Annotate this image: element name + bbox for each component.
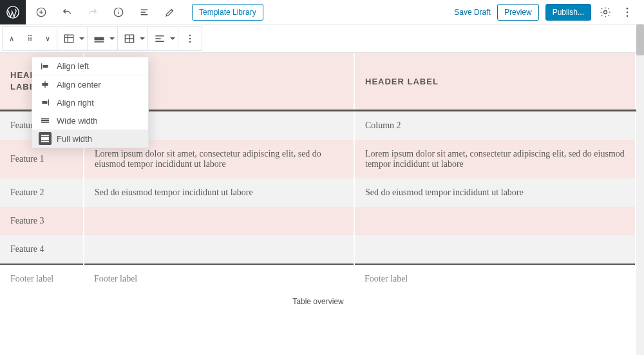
svg-point-6: [627, 15, 629, 17]
block-more-button[interactable]: [178, 27, 202, 50]
chevron-down-icon: [79, 37, 84, 43]
svg-point-11: [189, 35, 191, 37]
full-width-icon: [39, 132, 52, 145]
svg-rect-23: [41, 137, 49, 140]
vertical-scrollbar[interactable]: [636, 24, 644, 355]
table-cell[interactable]: [84, 207, 354, 235]
editor-top-bar: Template Library Save Draft Preview Publ…: [0, 0, 644, 24]
table-cell[interactable]: [354, 207, 636, 235]
table-caption[interactable]: Table overview: [0, 293, 636, 311]
full-width-option[interactable]: Full width: [32, 130, 148, 148]
svg-rect-22: [41, 122, 49, 123]
align-right-icon: [39, 96, 52, 109]
svg-rect-14: [41, 63, 42, 69]
align-left-icon: [39, 60, 52, 73]
chevron-down-icon: [140, 37, 145, 43]
table-cell[interactable]: Column 2: [354, 111, 636, 140]
svg-rect-18: [48, 99, 49, 105]
table-cell[interactable]: [354, 235, 636, 264]
table-footer-row: Footer label Footer label Footer label: [0, 264, 636, 293]
preview-button[interactable]: Preview: [497, 4, 539, 21]
chevron-down-icon: [109, 37, 115, 43]
menu-item-label: Align center: [57, 80, 101, 90]
footer-cell[interactable]: Footer label: [84, 264, 354, 293]
align-center-icon: [39, 78, 52, 91]
move-down-button[interactable]: ∨: [39, 27, 57, 50]
settings-icon[interactable]: [598, 5, 613, 20]
table-cell[interactable]: Sed do eiusmod tempor incididunt ut labo…: [84, 178, 354, 207]
chevron-down-icon: [170, 37, 175, 43]
svg-rect-7: [64, 35, 73, 43]
align-left-option[interactable]: Align left: [32, 57, 148, 75]
redo-button[interactable]: [84, 3, 102, 21]
svg-rect-21: [41, 118, 49, 119]
undo-button[interactable]: [58, 3, 76, 21]
table-cell[interactable]: [84, 235, 354, 264]
align-center-option[interactable]: Align center: [32, 75, 148, 93]
more-menu-icon[interactable]: [620, 5, 635, 20]
table-cell[interactable]: Feature 2: [0, 178, 84, 207]
publish-button[interactable]: Publish...: [545, 4, 591, 21]
edit-button[interactable]: [161, 3, 179, 21]
svg-rect-8: [95, 37, 104, 41]
svg-rect-9: [95, 41, 104, 43]
table-cell[interactable]: Feature 3: [0, 207, 84, 235]
save-draft-button[interactable]: Save Draft: [454, 8, 491, 17]
svg-point-5: [627, 11, 629, 13]
svg-point-4: [627, 7, 629, 9]
add-block-button[interactable]: [32, 3, 50, 21]
svg-point-3: [604, 10, 607, 14]
table-row: Feature 2 Sed do eiusmod tempor incididu…: [0, 178, 636, 207]
top-left-tools: Template Library: [26, 3, 263, 21]
svg-rect-24: [41, 135, 49, 136]
footer-cell[interactable]: Footer label: [354, 264, 636, 293]
alignment-button[interactable]: [88, 27, 111, 50]
drag-handle[interactable]: ⠿: [21, 27, 39, 50]
wide-width-icon: [39, 114, 52, 127]
template-library-button[interactable]: Template Library: [192, 4, 263, 21]
table-row: Feature 3: [0, 207, 636, 235]
table-cell[interactable]: Sed do eiusmod tempor incididunt ut labo…: [354, 178, 636, 207]
svg-rect-20: [41, 120, 49, 122]
block-type-button[interactable]: [57, 27, 80, 50]
wide-width-option[interactable]: Wide width: [32, 111, 148, 130]
menu-item-label: Wide width: [57, 116, 98, 126]
svg-rect-19: [42, 101, 47, 104]
svg-point-12: [189, 38, 191, 40]
scrollbar-thumb[interactable]: [636, 24, 644, 55]
text-align-button[interactable]: [148, 27, 171, 50]
menu-item-label: Full width: [57, 134, 92, 144]
wp-logo[interactable]: [0, 0, 26, 24]
svg-rect-25: [41, 141, 49, 142]
header-cell[interactable]: HEADER LABEL: [354, 53, 636, 111]
table-cell[interactable]: Feature 4: [0, 235, 84, 264]
info-button[interactable]: [109, 3, 128, 21]
svg-rect-15: [43, 65, 48, 68]
svg-rect-17: [42, 83, 48, 86]
align-right-option[interactable]: Align right: [32, 93, 148, 111]
menu-item-label: Align left: [57, 61, 89, 71]
table-edit-button[interactable]: [118, 27, 141, 50]
table-row: Feature 4: [0, 235, 636, 264]
menu-item-label: Align right: [57, 98, 94, 108]
top-right-tools: Save Draft Preview Publish...: [454, 4, 644, 21]
move-up-button[interactable]: ∧: [3, 27, 21, 50]
footer-cell[interactable]: Footer label: [0, 264, 84, 293]
table-cell[interactable]: Lorem ipsum dolor sit amet, consectetur …: [354, 140, 636, 178]
alignment-dropdown: Align left Align center Align right Wide…: [32, 57, 149, 148]
block-toolbar: ∧ ⠿ ∨: [0, 24, 644, 53]
outline-button[interactable]: [135, 3, 153, 21]
svg-point-13: [189, 41, 191, 43]
